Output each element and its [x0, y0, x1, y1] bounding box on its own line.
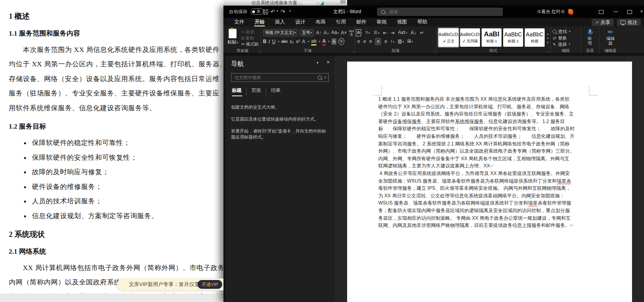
minimize-button[interactable]: — — [612, 6, 620, 18]
multilevel-list-button[interactable]: ≣▾ — [373, 29, 379, 36]
navigation-tab[interactable]: 页面 — [247, 87, 266, 96]
shrink-font-button[interactable]: A↓ — [324, 30, 329, 36]
enclose-characters-button[interactable]: 字 — [338, 38, 344, 45]
share-button[interactable]: ↗共享 — [592, 19, 614, 26]
numbering-button[interactable]: ≡▾ — [365, 29, 370, 36]
show-hide-marks-button[interactable]: ↵ — [420, 30, 424, 36]
search-box[interactable] — [377, 8, 503, 16]
redo-button[interactable]: ↷ — [281, 8, 285, 15]
underline-button[interactable]: U — [272, 38, 276, 45]
close-button[interactable]: × — [638, 6, 644, 18]
ribbon-tab[interactable]: 布局 — [310, 18, 331, 26]
navigation-search-input[interactable] — [234, 75, 315, 80]
styles-scroll-down-icon[interactable]: ▾ — [547, 37, 549, 40]
navigation-tab[interactable]: 结果 — [266, 87, 285, 96]
navigation-pane-close-icon[interactable]: × — [326, 59, 330, 65]
align-center-button[interactable]: ≡ — [363, 38, 366, 45]
background-scrollbar-thumb[interactable] — [340, 0, 346, 4]
ribbon-tab[interactable]: 引用 — [331, 18, 351, 26]
styles-scroll-up-icon[interactable]: ▴ — [547, 32, 549, 36]
ribbon-display-options-button[interactable] — [599, 10, 604, 14]
font-size-combo[interactable]: 五号▾ — [300, 29, 314, 36]
clear-formatting-button[interactable]: A× — [341, 30, 347, 36]
document-page[interactable]: 1 概述 1.1 服务范围和服务内容 本次服务范围为 XX 局信息化系统硬件及应… — [347, 62, 632, 302]
style-card[interactable]: AaBbCcDx ↲ 无间隔 — [460, 28, 480, 47]
quick-access-dropdown-icon[interactable]: ▾ — [289, 9, 291, 13]
ribbon-tab[interactable]: 审阅 — [371, 18, 392, 26]
save-button[interactable] — [263, 9, 268, 14]
italic-button[interactable]: I — [269, 38, 270, 45]
navigation-hint: 创建文档的交互式大纲。 — [231, 104, 329, 110]
strikethrough-button[interactable]: abc — [281, 38, 288, 45]
character-shading-button[interactable]: A — [332, 38, 336, 45]
styles-group-label: 样式 — [437, 48, 550, 54]
superscript-button[interactable]: x² — [296, 38, 300, 45]
navigation-tab[interactable]: 标题 — [231, 87, 247, 96]
line-spacing-button[interactable]: ↕▾ — [390, 38, 395, 45]
navigation-pane-dropdown-icon[interactable]: ▾ — [316, 61, 318, 65]
increase-indent-button[interactable]: ⇥ — [391, 30, 395, 36]
font-launcher-icon[interactable]: ⌟ — [352, 50, 354, 53]
change-case-button[interactable]: Aa▾ — [331, 29, 339, 36]
document-line: 联网、内网及其他非涉密网络严格物理隔离，目前主要提供政务信息上报服务和邮件服务。… — [378, 222, 590, 229]
styles-launcher-icon[interactable]: ⌟ — [547, 50, 549, 53]
justify-button[interactable]: ≡ — [375, 38, 381, 45]
phonetic-guide-button[interactable]: wén文 — [349, 30, 354, 36]
ribbon-tab[interactable]: 插入 — [270, 18, 290, 26]
decrease-indent-button[interactable]: ⇤ — [383, 30, 387, 36]
undo-dropdown-icon[interactable]: ▾ — [277, 9, 278, 13]
navigation-search-box[interactable]: ▾ — [231, 73, 329, 82]
find-button[interactable]: 查找▾ — [553, 28, 579, 35]
search-input[interactable] — [388, 9, 486, 15]
highlight-button[interactable]: ab — [311, 38, 316, 46]
style-card[interactable]: AaBbCcDx ↲ 正文 — [439, 28, 458, 47]
maximize-button[interactable] — [627, 10, 632, 14]
editor-button[interactable]: ✏ 编辑器 — [601, 28, 620, 46]
align-left-button[interactable]: ≡ — [357, 38, 360, 45]
cut-button[interactable]: ✂ 剪切 — [241, 30, 259, 35]
ribbon-tab[interactable]: 视图 — [392, 18, 412, 26]
open-vip-button[interactable]: 开通VIP — [198, 280, 222, 289]
format-painter-button[interactable]: ✏ 格式刷 — [241, 42, 259, 47]
autosave-toggle[interactable]: 关 — [251, 8, 264, 15]
document-block: 均位于 XX 局第一办公区内，主要包括计算机终端、打印机、服务器、 — [9, 57, 208, 72]
subscript-button[interactable]: x₂ — [290, 38, 294, 45]
font-name-combo[interactable]: 等线 (中文正文)▾ — [263, 29, 298, 36]
bullets-button[interactable]: ≡▾ — [357, 29, 362, 36]
style-card[interactable]: AaBbC 标题 — [525, 28, 545, 47]
ribbon-tab[interactable]: 开始 — [249, 18, 270, 26]
font-color-button[interactable]: A — [322, 38, 326, 46]
styles-more-icon[interactable]: ▾ — [547, 41, 549, 44]
align-right-button[interactable]: ≡ — [369, 38, 372, 45]
document-text[interactable]: 1 概述 1.1 服务范围和服务内容 本次服务范围为 XX 局信息化系统硬件及应… — [378, 95, 590, 229]
styles-group: AaBbCcDx ↲ 正文 AaBbCcDx ↲ 无间隔 AaBI 标题 1 A… — [437, 26, 551, 54]
ribbon-tab[interactable]: 帮助 — [412, 18, 433, 26]
replace-button[interactable]: ⇄替换 — [553, 35, 579, 41]
bold-button[interactable]: B — [263, 38, 267, 45]
dictate-button[interactable]: 听写 — [583, 29, 597, 46]
ribbon-tab[interactable]: 文件 — [229, 18, 249, 26]
copy-button[interactable]: ⧉ 复制 — [241, 36, 259, 41]
text-effects-button[interactable]: A — [302, 38, 306, 45]
paste-button[interactable]: 粘贴▾ — [227, 28, 239, 48]
document-line: 响应与修复； 硬件设备的维修服务； 人员的技术培训服务； 信息化建设规划、方 — [378, 133, 590, 140]
asian-layout-button[interactable]: A⇄▾ — [398, 29, 407, 36]
background-doc-title[interactable]: 信息系统运维服务方案 — [251, 0, 297, 6]
avatar[interactable] — [568, 9, 574, 15]
borders-button[interactable]: ⊞▾ — [407, 38, 413, 45]
shading-button[interactable]: ▨▾ — [398, 38, 404, 45]
grow-font-button[interactable]: A↑ — [316, 30, 322, 36]
style-card[interactable]: AaBI 标题 1 — [482, 28, 502, 47]
clipboard-launcher-icon[interactable]: ⌟ — [258, 50, 259, 53]
style-card[interactable]: AaBbC 标题 2 — [503, 28, 523, 47]
undo-button[interactable]: ↶ — [271, 8, 275, 15]
ribbon-tab[interactable]: 邮件 — [351, 18, 371, 26]
user-name[interactable]: ♔暮光 红叶♔ — [537, 6, 565, 18]
sort-button[interactable]: A↓ — [411, 30, 416, 36]
navigation-search-dropdown-icon[interactable]: ▾ — [324, 76, 326, 79]
comments-button[interactable]: 批注 — [617, 19, 641, 26]
distribute-button[interactable]: ≡ — [384, 38, 387, 45]
paragraph-launcher-icon[interactable]: ⌟ — [433, 50, 435, 53]
ribbon-tab[interactable]: 设计 — [290, 18, 310, 26]
select-button[interactable]: ↖选择▾ — [553, 41, 579, 48]
